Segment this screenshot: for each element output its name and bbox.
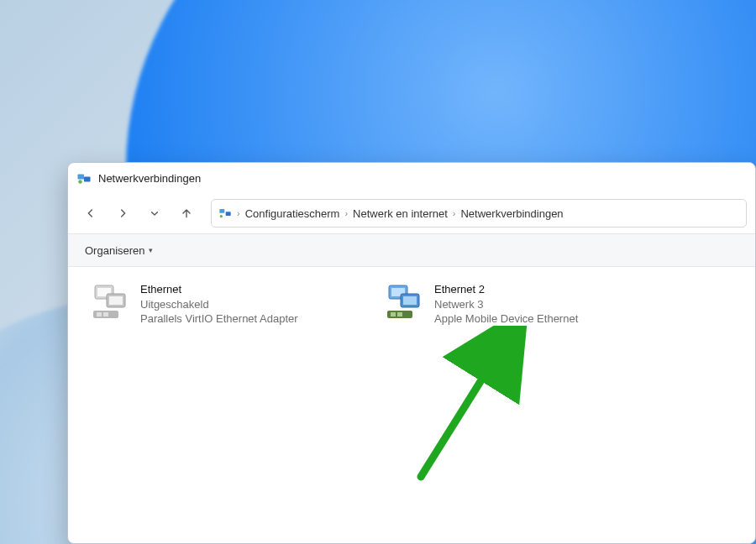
nav-row: › Configuratiescherm › Netwerk en intern… bbox=[68, 193, 755, 233]
chevron-down-icon: ▾ bbox=[149, 246, 153, 254]
chevron-right-icon: › bbox=[344, 208, 348, 218]
control-panel-icon bbox=[218, 206, 232, 222]
svg-rect-11 bbox=[97, 312, 102, 316]
desktop-background: Netwerkverbindingen › Configuratiescher bbox=[0, 0, 756, 544]
svg-rect-0 bbox=[78, 175, 85, 180]
svg-rect-18 bbox=[391, 312, 396, 316]
chevron-right-icon: › bbox=[237, 208, 240, 218]
recent-button[interactable] bbox=[140, 199, 169, 228]
arrow-right-icon bbox=[116, 207, 129, 220]
connection-device: Apple Mobile Device Ethernet bbox=[434, 311, 578, 327]
connection-name: Ethernet 2 bbox=[434, 282, 578, 297]
annotation-arrow-icon bbox=[387, 326, 538, 494]
ethernet-adapter-icon bbox=[384, 282, 424, 322]
chevron-right-icon: › bbox=[453, 208, 456, 218]
breadcrumb-item[interactable]: Netwerkverbindingen bbox=[460, 207, 563, 220]
arrow-up-icon bbox=[180, 207, 193, 220]
svg-rect-4 bbox=[226, 212, 231, 216]
svg-line-20 bbox=[421, 343, 505, 477]
connection-status: Netwerk 3 bbox=[434, 297, 578, 312]
organize-menu[interactable]: Organiseren ▾ bbox=[80, 241, 158, 260]
address-bar[interactable]: › Configuratiescherm › Netwerk en intern… bbox=[211, 199, 747, 228]
ethernet-adapter-icon bbox=[90, 282, 130, 322]
svg-point-5 bbox=[220, 215, 223, 217]
window-title: Netwerkverbindingen bbox=[98, 172, 201, 185]
connection-item-ethernet[interactable]: Ethernet Uitgeschakeld Parallels VirtIO … bbox=[87, 279, 347, 330]
connection-name: Ethernet bbox=[140, 282, 298, 297]
breadcrumb-item[interactable]: Configuratiescherm bbox=[245, 207, 340, 220]
svg-rect-1 bbox=[84, 177, 91, 182]
titlebar: Netwerkverbindingen bbox=[68, 163, 755, 193]
up-button[interactable] bbox=[172, 199, 201, 228]
chevron-down-icon bbox=[148, 207, 161, 220]
svg-point-2 bbox=[78, 180, 82, 184]
svg-rect-12 bbox=[103, 312, 108, 316]
svg-rect-9 bbox=[109, 296, 123, 305]
network-connections-window: Netwerkverbindingen › Configuratiescher bbox=[67, 162, 756, 544]
svg-rect-19 bbox=[397, 312, 402, 316]
breadcrumb-item[interactable]: Netwerk en internet bbox=[353, 207, 448, 220]
svg-rect-16 bbox=[403, 296, 417, 305]
back-button[interactable] bbox=[76, 199, 105, 228]
arrow-left-icon bbox=[84, 207, 97, 220]
organize-label: Organiseren bbox=[85, 244, 145, 257]
svg-rect-3 bbox=[219, 209, 224, 213]
connection-device: Parallels VirtIO Ethernet Adapter bbox=[140, 311, 298, 327]
connection-status: Uitgeschakeld bbox=[140, 297, 298, 312]
network-folder-icon bbox=[76, 170, 92, 186]
connections-list: Ethernet Uitgeschakeld Parallels VirtIO … bbox=[68, 267, 755, 543]
forward-button[interactable] bbox=[108, 199, 137, 228]
toolbar: Organiseren ▾ bbox=[68, 233, 755, 267]
connection-item-ethernet-2[interactable]: Ethernet 2 Netwerk 3 Apple Mobile Device… bbox=[381, 279, 641, 330]
